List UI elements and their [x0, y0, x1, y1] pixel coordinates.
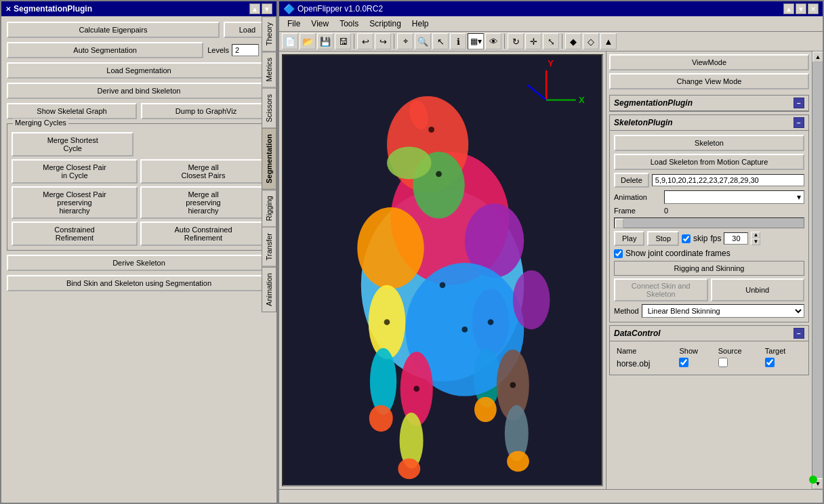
merge-closest-hierarchy-btn[interactable]: Merge Closest Pairpreservinghierarchy	[12, 186, 138, 219]
derive-skeleton-row: Derive Skeleton	[7, 255, 271, 271]
tab-theory[interactable]: Theory	[262, 16, 276, 51]
fps-input[interactable]	[724, 232, 748, 245]
merge-shortest-btn[interactable]: Merge ShortestCycle	[12, 132, 133, 156]
tb-redo-btn[interactable]: ↪	[375, 33, 391, 49]
viewmode-btn[interactable]: ViewMode	[609, 54, 809, 70]
minimize-btn[interactable]: ▲	[249, 3, 260, 14]
menu-file[interactable]: File	[282, 18, 306, 30]
tb-shading-dropdown[interactable]: ▦ ▾	[468, 33, 484, 49]
svg-point-19	[507, 451, 529, 472]
menu-scripting[interactable]: Scripting	[364, 18, 407, 30]
fps-down[interactable]: ▼	[751, 238, 760, 245]
skeleton-btn[interactable]: Skeleton	[614, 135, 804, 151]
animation-row: Animation ▾	[614, 190, 804, 204]
skeleton-plugin-section: SkeletonPlugin − Skeleton Load Skeleton …	[609, 114, 809, 322]
fps-up[interactable]: ▲	[751, 232, 760, 238]
tab-segmentation[interactable]: Segmentation	[262, 128, 276, 190]
change-viewmode-btn[interactable]: Change View Mode	[609, 73, 809, 89]
show-checkbox[interactable]	[679, 358, 688, 367]
bind-skin-btn[interactable]: Bind Skin and Skeleton using Segmentatio…	[7, 275, 271, 291]
viewport: Y X	[282, 54, 603, 486]
constrained-btn[interactable]: ConstrainedRefinement	[12, 222, 138, 246]
auto-seg-btn[interactable]: Auto Segmentation	[7, 42, 203, 58]
tab-animation[interactable]: Animation	[262, 267, 276, 312]
tb-wireframe-btn[interactable]: 👁	[485, 33, 501, 49]
viewmode-section: ViewMode Change View Mode	[609, 54, 809, 92]
tb-scale-btn[interactable]: ⤡	[543, 33, 559, 49]
levels-input[interactable]	[232, 44, 259, 56]
stop-btn[interactable]: Stop	[647, 231, 679, 246]
tab-scissors[interactable]: Scissors	[262, 88, 276, 129]
derive-bind-btn[interactable]: Derive and bind Skeleton	[7, 83, 271, 99]
tb-open-btn[interactable]: 📂	[300, 33, 316, 49]
seg-collapse-btn[interactable]: −	[794, 98, 804, 108]
skel-collapse-btn[interactable]: −	[794, 117, 804, 128]
menu-help[interactable]: Help	[407, 18, 434, 30]
dc-table: Name Show Source Target horse.obj	[614, 345, 804, 371]
connect-skin-btn[interactable]: Connect Skin and Skeleton	[614, 278, 708, 301]
dc-row-show	[676, 356, 715, 371]
dc-collapse-btn[interactable]: −	[794, 328, 804, 339]
target-checkbox[interactable]	[765, 358, 775, 367]
show-joints-checkbox[interactable]	[614, 249, 623, 258]
tb-rotate-btn[interactable]: ↻	[508, 33, 524, 49]
scroll-up-btn[interactable]: ▲	[812, 51, 823, 62]
tb-translate-btn[interactable]: ✛	[525, 33, 541, 49]
tb-extra2[interactable]: ◇	[583, 33, 599, 49]
dc-col-name: Name	[614, 345, 676, 356]
delete-row: Delete	[614, 173, 804, 188]
merge-closest-in-cycle-btn[interactable]: Merge Closest Pairin Cycle	[12, 159, 138, 184]
tab-transfer[interactable]: Transfer	[262, 227, 276, 267]
animation-dropdown[interactable]: ▾	[664, 190, 804, 204]
tb-snap-btn[interactable]: ⌖	[397, 33, 413, 49]
animation-arrow: ▾	[797, 192, 801, 202]
slider-thumb[interactable]	[615, 219, 623, 228]
merge-all-hierarchy-btn[interactable]: Merge allpreservinghierarchy	[140, 186, 266, 219]
tb-undo-btn[interactable]: ↩	[357, 33, 373, 49]
tb-select-btn[interactable]: ↖	[432, 33, 449, 49]
unbind-btn[interactable]: Unbind	[711, 278, 805, 301]
menu-tools[interactable]: Tools	[334, 18, 364, 30]
dump-graphviz-btn[interactable]: Dump to GraphViz	[141, 103, 271, 119]
main-minimize-btn[interactable]: ▲	[783, 3, 794, 14]
menu-view[interactable]: View	[306, 18, 334, 30]
main-title: OpenFlipper v1.0.0RC2	[297, 4, 383, 14]
calculate-btn[interactable]: Calculate Eigenpairs	[7, 22, 220, 38]
load-seg-row: Load Segmentation	[7, 62, 271, 79]
horse-visualization: Y X	[283, 56, 602, 485]
svg-point-23	[436, 171, 442, 177]
tb-extra3[interactable]: ▲	[600, 33, 617, 49]
auto-seg-row: Auto Segmentation Levels ▲ ▼	[7, 42, 271, 58]
delete-input[interactable]	[652, 174, 804, 186]
source-checkbox[interactable]	[718, 358, 728, 367]
skip-checkbox[interactable]	[682, 234, 691, 243]
close-icon[interactable]: ✕	[5, 5, 11, 13]
tab-metrics[interactable]: Metrics	[262, 51, 276, 87]
show-skeletal-btn[interactable]: Show Skeletal Graph	[7, 103, 137, 119]
play-btn[interactable]: Play	[614, 231, 644, 246]
derive-skeleton-btn[interactable]: Derive Skeleton	[7, 255, 271, 271]
merge-all-closest-btn[interactable]: Merge allClosest Pairs	[140, 159, 266, 184]
skel-plugin-title: SkeletonPlugin	[614, 118, 673, 127]
method-dropdown[interactable]: Linear Blend Skinning	[642, 304, 804, 318]
main-maximize-btn[interactable]: ▼	[796, 3, 806, 14]
seg-plugin-title: SegmentationPlugin	[614, 98, 693, 108]
data-control-section: DataControl − Name Show Source Target	[609, 325, 809, 375]
main-close-btn[interactable]: ✕	[808, 3, 819, 14]
tb-extra1[interactable]: ◆	[565, 33, 581, 49]
load-seg-btn[interactable]: Load Segmentation	[7, 62, 271, 79]
tb-new-btn[interactable]: 📄	[282, 33, 298, 49]
tb-save-all-btn[interactable]: 🖫	[335, 33, 351, 49]
scroll-track[interactable]	[812, 62, 823, 478]
tb-zoom-btn[interactable]: 🔍	[415, 33, 431, 49]
auto-constrained-btn[interactable]: Auto ConstrainedRefinement	[140, 222, 266, 246]
frame-slider[interactable]	[614, 217, 804, 228]
tb-sep3	[504, 34, 505, 49]
tb-info-btn[interactable]: ℹ	[450, 33, 466, 49]
tab-rigging[interactable]: Rigging	[262, 190, 276, 227]
delete-btn[interactable]: Delete	[614, 173, 649, 188]
toolbar: 📄 📂 💾 🖫 ↩ ↪ ⌖ 🔍 ↖ ℹ ▦ ▾ 👁 ↻ ✛ ⤡ ◆ ◇ ▲	[279, 32, 823, 51]
tb-save-btn[interactable]: 💾	[317, 33, 333, 49]
load-skeleton-btn[interactable]: Load Skeleton from Motion Capture	[614, 154, 804, 170]
maximize-btn[interactable]: ▼	[262, 3, 272, 14]
